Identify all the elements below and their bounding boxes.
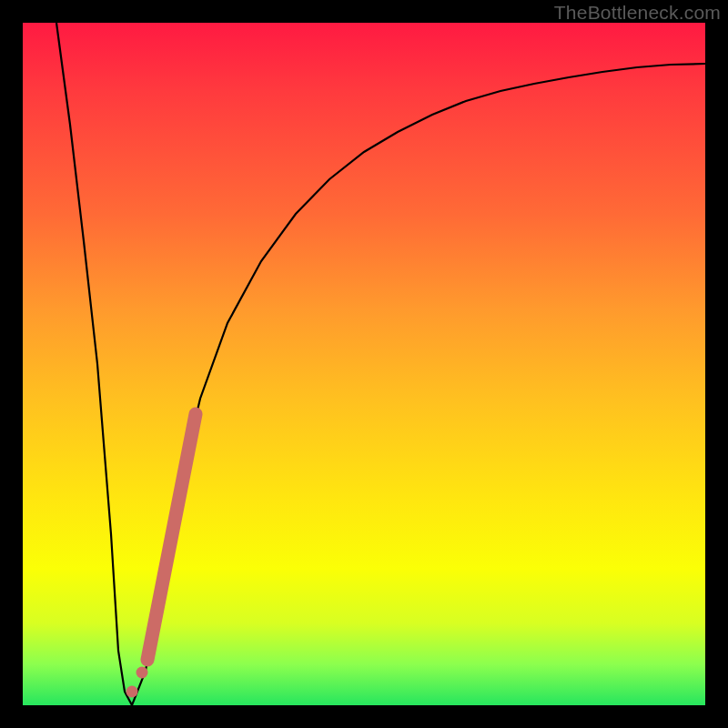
marker-dot-1 (126, 686, 138, 698)
marker-band (147, 414, 196, 660)
plot-area (23, 23, 705, 705)
marker-dot-2 (136, 667, 148, 679)
chart-frame: TheBottleneck.com (0, 0, 728, 728)
watermark-text: TheBottleneck.com (554, 2, 721, 24)
curve-svg (23, 23, 705, 705)
